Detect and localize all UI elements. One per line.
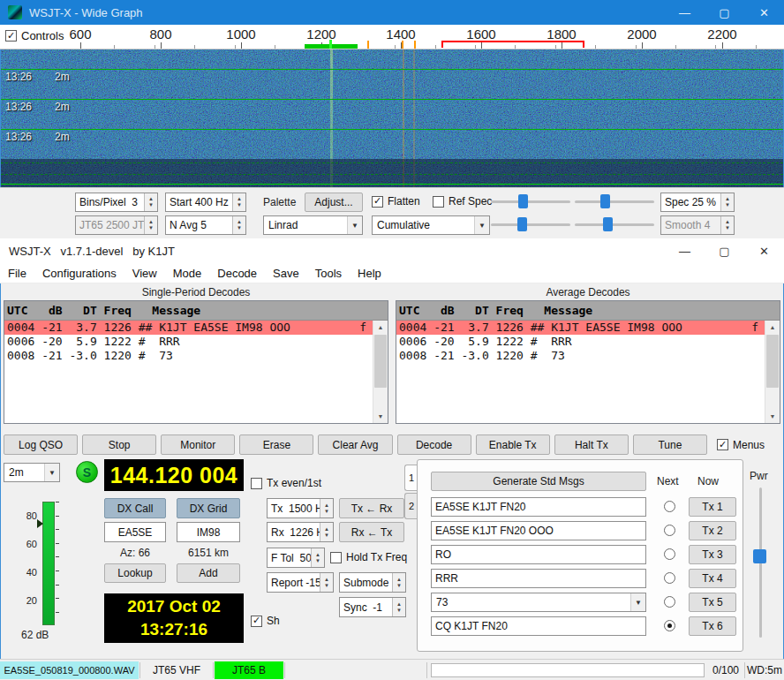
menu-view[interactable]: View <box>124 264 165 283</box>
minimize-icon[interactable]: — <box>665 238 705 263</box>
tx-5-button[interactable]: Tx 5 <box>689 593 736 612</box>
palette-combo[interactable]: Linrad ▼ <box>263 215 363 235</box>
menu-tools[interactable]: Tools <box>307 264 350 283</box>
bins-pixel-spinbox[interactable]: Bins/Pixel 3 ▲▼ <box>75 193 158 212</box>
menu-mode[interactable]: Mode <box>165 264 210 283</box>
lookup-button[interactable]: Lookup <box>104 563 166 583</box>
erase-button[interactable]: Erase <box>239 434 313 455</box>
tx-message-1-field[interactable] <box>431 497 646 517</box>
scroll-down-icon[interactable]: ▼ <box>765 410 780 423</box>
decode-row-right-1[interactable]: 0006 -20 5.9 1222 # RRR <box>396 335 765 349</box>
scroll-down-icon[interactable]: ▼ <box>373 410 388 423</box>
controls-checkbox-box[interactable] <box>5 30 17 42</box>
decode-row-left-0[interactable]: 0004 -21 3.7 1226 ## K1JT EA5SE IM98 OOO… <box>4 321 373 335</box>
close-icon[interactable]: ✕ <box>744 0 784 25</box>
decode-row-left-2[interactable]: 0008 -21 -3.0 1220 # 73 <box>4 349 373 363</box>
scroll-up-icon[interactable]: ▲ <box>765 321 780 334</box>
spinner-arrows-icon[interactable]: ▲▼ <box>232 193 245 211</box>
sync-spinbox[interactable]: Sync -1 ▲▼ <box>339 597 406 617</box>
controls-checkbox[interactable]: Controls <box>5 29 69 42</box>
decode-row-right-2[interactable]: 0008 -21 -3.0 1220 # 73 <box>396 349 765 363</box>
tx-radio-1[interactable] <box>664 501 675 512</box>
hold-tx-freq-checkbox[interactable]: Hold Tx Freq <box>330 551 407 563</box>
dx-call-button[interactable]: DX Call <box>104 498 166 518</box>
monitor-button[interactable]: Monitor <box>161 434 235 455</box>
zero-slider[interactable] <box>575 193 654 210</box>
start-freq-spinbox[interactable]: Start 400 Hz ▲▼ <box>165 193 246 212</box>
tx-from-rx-button[interactable]: Tx ← Rx <box>339 498 404 518</box>
maximize-icon[interactable]: ▢ <box>705 238 744 263</box>
tx-freq-spinbox[interactable]: Tx 1500 Hz ▲▼ <box>267 498 334 518</box>
band-combo[interactable]: 2m ▼ <box>4 463 60 482</box>
main-titlebar[interactable]: WSJT-X v1.7.1-devel by K1JT — ▢ ✕ <box>0 238 784 263</box>
submode-spinbox[interactable]: Submode B ▲▼ <box>339 572 406 593</box>
spinner-arrows-icon[interactable]: ▲▼ <box>320 573 333 592</box>
tx-radio-3[interactable] <box>664 548 675 560</box>
tab-1[interactable]: 1 <box>404 465 418 491</box>
pwr-slider-handle[interactable] <box>753 549 766 563</box>
close-icon[interactable]: ✕ <box>744 238 784 263</box>
tune-button[interactable]: Tune <box>633 434 707 455</box>
s-meter-indicator[interactable]: S <box>76 461 98 483</box>
spinner-arrows-icon[interactable]: ▲▼ <box>320 523 333 541</box>
menu-decode[interactable]: Decode <box>209 264 265 283</box>
enable-tx-button[interactable]: Enable Tx <box>476 434 550 455</box>
tx-message-3-field[interactable] <box>431 545 646 564</box>
dx-call-field[interactable] <box>104 522 166 542</box>
add-button[interactable]: Add <box>177 563 240 583</box>
menu-help[interactable]: Help <box>350 264 389 283</box>
gain-slider[interactable] <box>491 193 570 210</box>
report-spinbox[interactable]: Report -15 ▲▼ <box>267 572 334 593</box>
spinner-arrows-icon[interactable]: ▲▼ <box>720 193 734 211</box>
tx-radio-4[interactable] <box>664 572 675 584</box>
n-avg-spinbox[interactable]: N Avg 5 ▲▼ <box>165 215 246 235</box>
flatten-checkbox[interactable]: Flatten <box>372 195 420 208</box>
tx-message-2-field[interactable] <box>431 521 646 540</box>
tx-message-5-combo[interactable]: 73 ▼ <box>431 593 646 612</box>
decode-body-right[interactable]: 0004 -21 3.7 1226 ## K1JT EA5SE IM98 OOO… <box>396 321 780 423</box>
tx-1-button[interactable]: Tx 1 <box>689 497 736 517</box>
menu-save[interactable]: Save <box>265 264 307 283</box>
tx-2-button[interactable]: Tx 2 <box>689 521 736 540</box>
dx-grid-field[interactable] <box>177 522 240 542</box>
menu-configurations[interactable]: Configurations <box>34 264 124 283</box>
tx-radio-6[interactable] <box>664 620 675 631</box>
spec-percent-spinbox[interactable]: Spec 25 % ▲▼ <box>660 193 735 212</box>
clear-avg-button[interactable]: Clear Avg <box>318 434 392 455</box>
rx-from-tx-button[interactable]: Rx ← Tx <box>339 522 404 542</box>
tx-radio-2[interactable] <box>664 525 675 536</box>
maximize-icon[interactable]: ▢ <box>705 0 744 25</box>
log-qso-button[interactable]: Log QSO <box>4 434 78 455</box>
scrollbar[interactable]: ▲ ▼ <box>765 321 780 423</box>
rx-freq-spinbox[interactable]: Rx 1226 Hz ▲▼ <box>267 522 334 542</box>
menu-file[interactable]: File <box>0 264 34 283</box>
decode-row-right-0[interactable]: 0004 -21 3.7 1226 ## K1JT EA5SE IM98 OOO… <box>396 321 765 335</box>
scroll-up-icon[interactable]: ▲ <box>373 321 388 334</box>
tx-3-button[interactable]: Tx 3 <box>689 545 736 564</box>
menus-checkbox[interactable]: Menus <box>712 439 780 451</box>
decode-body-left[interactable]: 0004 -21 3.7 1226 ## K1JT EA5SE IM98 OOO… <box>4 321 388 423</box>
ref-spec-checkbox[interactable]: Ref Spec <box>433 195 492 208</box>
palette-adjust-button[interactable]: Adjust... <box>305 193 363 212</box>
tx-freq-marker[interactable] <box>441 41 584 42</box>
halt-tx-button[interactable]: Halt Tx <box>554 434 629 455</box>
wide-graph-titlebar[interactable]: WSJT-X - Wide Graph — ▢ ✕ <box>0 0 784 25</box>
spinner-arrows-icon[interactable]: ▲▼ <box>144 193 157 211</box>
pwr-slider[interactable] <box>753 487 767 638</box>
f-tol-spinbox[interactable]: F Tol 50 ▲▼ <box>267 548 325 568</box>
tx-6-button[interactable]: Tx 6 <box>689 616 736 636</box>
tx-message-6-field[interactable] <box>431 616 646 636</box>
zero2-slider[interactable] <box>575 215 654 233</box>
spinner-arrows-icon[interactable]: ▲▼ <box>392 573 405 592</box>
minimize-icon[interactable]: — <box>665 0 705 25</box>
stop-button[interactable]: Stop <box>82 434 156 455</box>
tab-2[interactable]: 2 <box>404 493 418 519</box>
spectrum-type-combo[interactable]: Cumulative ▼ <box>372 215 490 235</box>
spinner-arrows-icon[interactable]: ▲▼ <box>392 598 405 616</box>
gain2-slider[interactable] <box>491 215 570 233</box>
spinner-arrows-icon[interactable]: ▲▼ <box>320 499 333 518</box>
tx-even-checkbox[interactable]: Tx even/1st <box>251 477 321 489</box>
decode-button[interactable]: Decode <box>397 434 471 455</box>
spinner-arrows-icon[interactable]: ▲▼ <box>232 216 245 234</box>
tx-radio-5[interactable] <box>664 596 675 608</box>
